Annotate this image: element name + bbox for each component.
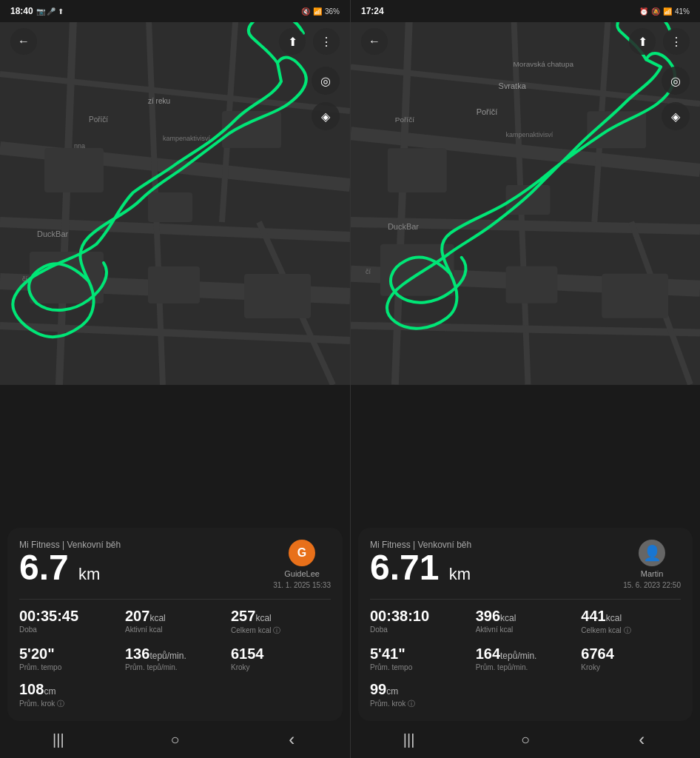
location-button-right[interactable]: ◎: [662, 67, 690, 95]
left-user-date: 31. 1. 2025 15:33: [273, 581, 331, 589]
right-mute-icon: 🔕: [651, 7, 660, 16]
left-bottom-nav: ||| ○ ‹: [0, 721, 350, 758]
left-stats-grid: 00:35:45Doba207kcalAktivní kcal257kcalCe…: [19, 607, 331, 709]
right-user-name: Martin: [641, 569, 664, 578]
svg-text:Svratka: Svratka: [499, 81, 527, 90]
stat-label: Prům. tempo: [370, 663, 470, 671]
left-card-user: G GuideLee 31. 1. 2025 15:33: [273, 540, 331, 589]
right-back-button[interactable]: ←: [361, 28, 388, 55]
stat-value: 99cm: [370, 680, 470, 698]
left-map-controls: ◎ ◈: [312, 67, 340, 130]
right-nav-menu[interactable]: |||: [391, 731, 428, 748]
left-share-button[interactable]: ⬆: [279, 28, 306, 55]
layers-button-right[interactable]: ◈: [662, 102, 690, 130]
left-more-button[interactable]: ⋮: [313, 28, 340, 55]
right-nav-right: ⬆ ⋮: [629, 28, 690, 55]
stat-item: 5'41"Prům. tempo: [370, 645, 470, 671]
svg-text:DuckBar: DuckBar: [37, 229, 69, 238]
stat-value: 00:38:10: [370, 607, 470, 625]
right-map-controls: ◎ ◈: [662, 67, 690, 130]
stat-item: 6154Kroky: [231, 645, 331, 671]
right-bottom-nav: ||| ○ ‹: [351, 721, 700, 758]
left-distance-value: 6.7: [19, 548, 69, 587]
stat-value: 164tepů/min.: [476, 645, 576, 663]
right-distance-value: 6.71: [370, 548, 439, 587]
stat-item: 441kcalCelkem kcal ⓘ: [581, 607, 681, 636]
right-panel: DuckBar Poříčí Poříčí Svratka kampenakti…: [350, 0, 700, 758]
right-status-time: 17:24: [361, 6, 384, 16]
stat-label: Celkem kcal ⓘ: [231, 625, 331, 636]
left-status-icons: 📷 🎤 ⬆: [36, 7, 64, 16]
stat-item: 207kcalAktivní kcal: [125, 607, 225, 636]
stat-value: 207kcal: [125, 607, 225, 625]
svg-rect-15: [244, 274, 311, 318]
stat-label: Aktivní kcal: [125, 625, 225, 634]
left-status-right: 🔇 📶 36%: [301, 7, 340, 16]
svg-text:kampenaktivisví: kampenaktivisví: [163, 135, 211, 142]
left-nav-bar: ← ⬆ ⋮: [0, 22, 350, 61]
stat-unit: tepů/min.: [149, 651, 186, 661]
right-time-display: 17:24: [361, 6, 384, 16]
svg-text:Poříčí: Poříčí: [89, 115, 108, 124]
svg-text:kampenaktivisví: kampenaktivisví: [506, 131, 553, 138]
layers-button-left[interactable]: ◈: [312, 102, 340, 130]
left-time-display: 18:40: [10, 6, 33, 16]
svg-rect-11: [148, 192, 192, 222]
right-card-distance: 6.71 km: [370, 550, 471, 586]
svg-text:čí: čí: [22, 275, 28, 283]
stat-value: 136tepů/min.: [125, 645, 225, 663]
left-user-name: GuideLee: [284, 569, 320, 578]
left-status-time: 18:40 📷 🎤 ⬆: [10, 6, 64, 16]
right-nav-home[interactable]: ○: [507, 731, 544, 748]
location-button-left[interactable]: ◎: [312, 67, 340, 95]
right-user-avatar: 👤: [639, 540, 665, 566]
stat-value: 108cm: [19, 680, 119, 698]
stat-value: 5'20": [19, 645, 119, 663]
left-card-header: Mi Fitness | Venkovní běh 6.7 km G Guide…: [19, 540, 331, 591]
right-card-user: 👤 Martin 15. 6. 2023 22:50: [623, 540, 681, 589]
stat-item: 00:35:45Doba: [19, 607, 119, 636]
stat-label: Prům. tempo: [19, 663, 119, 671]
left-card-title-area: Mi Fitness | Venkovní běh 6.7 km: [19, 540, 121, 591]
stat-unit: kcal: [149, 613, 165, 623]
stat-label: Prům. tepů/min.: [125, 663, 225, 671]
left-nav-right: ⬆ ⋮: [279, 28, 340, 55]
left-divider: [19, 599, 331, 600]
right-nav-back[interactable]: ‹: [623, 729, 660, 750]
left-panel: DuckBar Poříčí zí reku nna kampenaktivis…: [0, 0, 350, 758]
svg-rect-12: [222, 111, 281, 148]
left-distance-unit: km: [78, 565, 100, 583]
svg-rect-37: [602, 274, 668, 318]
left-nav-menu[interactable]: |||: [40, 731, 77, 748]
right-user-date: 15. 6. 2023 22:50: [623, 581, 681, 589]
stat-label: Kroky: [581, 663, 681, 671]
stat-value: 257kcal: [231, 607, 331, 625]
stat-unit: cm: [44, 686, 55, 697]
svg-rect-14: [148, 266, 200, 303]
right-wifi-icon: 📶: [663, 7, 672, 16]
left-back-button[interactable]: ←: [10, 28, 37, 55]
right-alarm-icon: ⏰: [639, 7, 648, 16]
right-share-button[interactable]: ⬆: [629, 28, 656, 55]
stat-value: 6764: [581, 645, 681, 663]
stat-unit: kcal: [606, 613, 622, 623]
left-info-card: Mi Fitness | Venkovní běh 6.7 km G Guide…: [7, 528, 343, 721]
svg-text:čí: čí: [366, 268, 371, 275]
stat-item: 164tepů/min.Prům. tepů/min.: [476, 645, 576, 671]
stat-unit: cm: [386, 686, 398, 697]
right-more-button[interactable]: ⋮: [663, 28, 690, 55]
svg-rect-10: [44, 148, 104, 192]
right-nav-bar: ← ⬆ ⋮: [351, 22, 700, 61]
left-nav-home[interactable]: ○: [156, 731, 193, 748]
stat-value: 00:35:45: [19, 607, 119, 625]
stat-value: 6154: [231, 645, 331, 663]
stat-label: Prům. tepů/min.: [476, 663, 576, 671]
right-battery-label: 41%: [675, 7, 690, 16]
stat-item: 257kcalCelkem kcal ⓘ: [231, 607, 331, 636]
right-card-header: Mi Fitness | Venkovní běh 6.71 km 👤 Mart…: [370, 540, 681, 591]
stat-label: Celkem kcal ⓘ: [581, 625, 681, 636]
stat-item: 6764Kroky: [581, 645, 681, 671]
left-card-distance: 6.7 km: [19, 550, 121, 586]
left-nav-back[interactable]: ‹: [273, 729, 310, 750]
svg-rect-36: [506, 266, 558, 303]
